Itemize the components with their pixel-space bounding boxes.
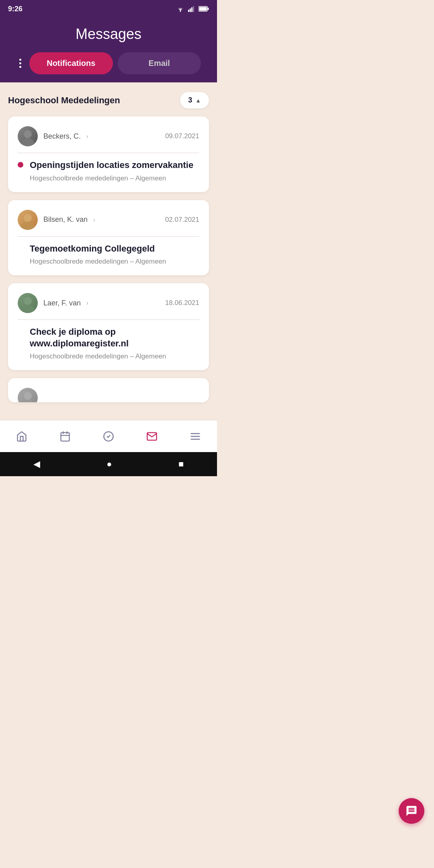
android-nav-bar: ◀ ● ■ bbox=[0, 452, 217, 476]
svg-rect-4 bbox=[193, 6, 194, 12]
card-title-3: Check je diploma op www.diplomaregister.… bbox=[30, 326, 199, 349]
svg-point-11 bbox=[21, 222, 34, 230]
card-text-3: Check je diploma op www.diplomaregister.… bbox=[18, 326, 199, 360]
card-body-1: Openingstijden locaties zomervakantie Ho… bbox=[18, 160, 199, 182]
signal-icon bbox=[188, 6, 195, 12]
card-date-3: 18.06.2021 bbox=[165, 299, 199, 307]
svg-point-10 bbox=[24, 214, 32, 222]
svg-rect-7 bbox=[199, 7, 207, 11]
app-header: Messages Notifications Email bbox=[0, 18, 217, 82]
card-text-2: Tegemoetkoming Collegegeld Hogeschoolbre… bbox=[18, 243, 199, 266]
tab-email[interactable]: Email bbox=[118, 52, 201, 74]
message-card-1[interactable]: Beckers, C. › 09.07.2021 Openingstijden … bbox=[8, 117, 209, 192]
wifi-icon bbox=[176, 6, 185, 12]
nav-calendar[interactable] bbox=[51, 428, 79, 445]
message-card-2[interactable]: Bilsen, K. van › 02.07.2021 Tegemoetkomi… bbox=[8, 200, 209, 276]
card-sender-4 bbox=[18, 388, 38, 402]
card-sender-1: Beckers, C. › bbox=[18, 126, 88, 146]
section-header: Hogeschool Mededelingen 3 ▲ bbox=[8, 92, 209, 108]
back-button[interactable]: ◀ bbox=[21, 456, 52, 473]
svg-point-8 bbox=[24, 130, 32, 138]
svg-rect-2 bbox=[190, 8, 191, 12]
card-header-4 bbox=[18, 388, 199, 402]
section-count-button[interactable]: 3 ▲ bbox=[180, 92, 209, 108]
card-subtitle-3: Hogeschoolbrede mededelingen – Algemeen bbox=[30, 352, 199, 360]
page-title: Messages bbox=[8, 26, 209, 43]
card-header-2: Bilsen, K. van › 02.07.2021 bbox=[18, 210, 199, 237]
sender-arrow-3: › bbox=[86, 300, 88, 306]
svg-point-12 bbox=[24, 297, 32, 305]
sender-arrow-1: › bbox=[86, 133, 88, 139]
avatar-4 bbox=[18, 388, 38, 402]
svg-point-15 bbox=[21, 400, 34, 402]
card-header-3: Laer, F. van › 18.06.2021 bbox=[18, 293, 199, 320]
sender-name-2: Bilsen, K. van bbox=[43, 215, 88, 224]
svg-point-9 bbox=[21, 138, 34, 146]
nav-home[interactable] bbox=[8, 428, 35, 445]
home-button[interactable]: ● bbox=[94, 456, 124, 473]
svg-rect-3 bbox=[191, 7, 192, 12]
status-icons bbox=[176, 6, 209, 12]
card-date-2: 02.07.2021 bbox=[165, 216, 199, 224]
recents-button[interactable]: ■ bbox=[166, 456, 196, 473]
card-title-2: Tegemoetkoming Collegegeld bbox=[30, 243, 199, 255]
status-bar: 9:26 bbox=[0, 0, 217, 18]
card-body-2: Tegemoetkoming Collegegeld Hogeschoolbre… bbox=[18, 243, 199, 266]
chevron-up-icon: ▲ bbox=[195, 97, 201, 104]
battery-icon bbox=[199, 6, 209, 12]
status-time: 9:26 bbox=[8, 5, 23, 13]
svg-rect-16 bbox=[61, 433, 70, 441]
card-sender-2: Bilsen, K. van › bbox=[18, 210, 95, 230]
card-subtitle-1: Hogeschoolbrede mededelingen – Algemeen bbox=[30, 174, 199, 182]
unread-dot-1 bbox=[18, 162, 23, 168]
card-sender-3: Laer, F. van › bbox=[18, 293, 88, 313]
nav-tasks[interactable] bbox=[95, 428, 122, 445]
avatar-2 bbox=[18, 210, 38, 230]
card-body-3: Check je diploma op www.diplomaregister.… bbox=[18, 326, 199, 360]
tab-bar: Notifications Email bbox=[8, 52, 209, 82]
card-subtitle-2: Hogeschoolbrede mededelingen – Algemeen bbox=[30, 258, 199, 266]
sender-arrow-2: › bbox=[93, 217, 95, 223]
card-date-1: 09.07.2021 bbox=[165, 132, 199, 140]
card-header-1: Beckers, C. › 09.07.2021 bbox=[18, 126, 199, 153]
card-text-1: Openingstijden locaties zomervakantie Ho… bbox=[30, 160, 199, 182]
message-card-3[interactable]: Laer, F. van › 18.06.2021 Check je diplo… bbox=[8, 283, 209, 370]
avatar-3 bbox=[18, 293, 38, 313]
svg-point-14 bbox=[24, 392, 32, 400]
content-area: Hogeschool Mededelingen 3 ▲ Beckers, C. … bbox=[0, 82, 217, 420]
nav-messages[interactable] bbox=[138, 428, 166, 445]
svg-point-13 bbox=[21, 305, 34, 313]
nav-menu[interactable] bbox=[182, 428, 209, 445]
svg-rect-1 bbox=[188, 10, 189, 12]
section-title: Hogeschool Mededelingen bbox=[8, 95, 120, 106]
avatar-1 bbox=[18, 126, 38, 146]
section-count: 3 bbox=[188, 96, 192, 104]
svg-rect-6 bbox=[208, 8, 209, 10]
sender-name-3: Laer, F. van bbox=[43, 299, 81, 307]
tab-notifications[interactable]: Notifications bbox=[29, 52, 113, 74]
svg-point-0 bbox=[180, 11, 181, 12]
message-card-4[interactable] bbox=[8, 378, 209, 402]
bottom-nav bbox=[0, 420, 217, 452]
menu-dots-button[interactable] bbox=[16, 55, 25, 71]
card-title-1: Openingstijden locaties zomervakantie bbox=[30, 160, 199, 171]
sender-name-1: Beckers, C. bbox=[43, 132, 81, 141]
